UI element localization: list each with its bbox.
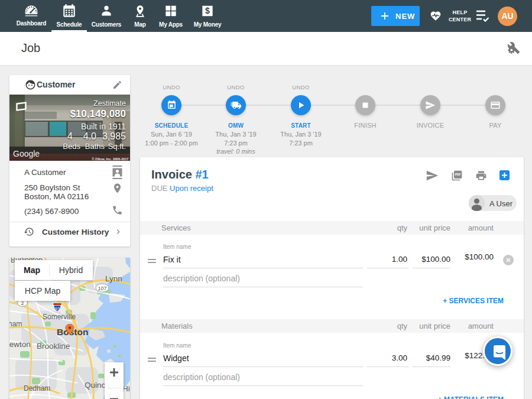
svg-text:Lynn: Lynn [105,274,122,283]
svg-text:PDF: PDF [455,173,461,176]
svg-text:107: 107 [98,286,106,291]
svg-text:Dedham: Dedham [24,384,50,392]
svg-text:Brookline: Brookline [37,342,70,351]
svg-text:Newton: Newton [9,340,31,349]
svg-text:Somerville: Somerville [43,313,76,321]
svg-text:ham: ham [9,320,22,328]
svg-text:2: 2 [21,300,24,306]
svg-text:$: $ [205,6,210,15]
svg-text:93: 93 [55,306,60,312]
